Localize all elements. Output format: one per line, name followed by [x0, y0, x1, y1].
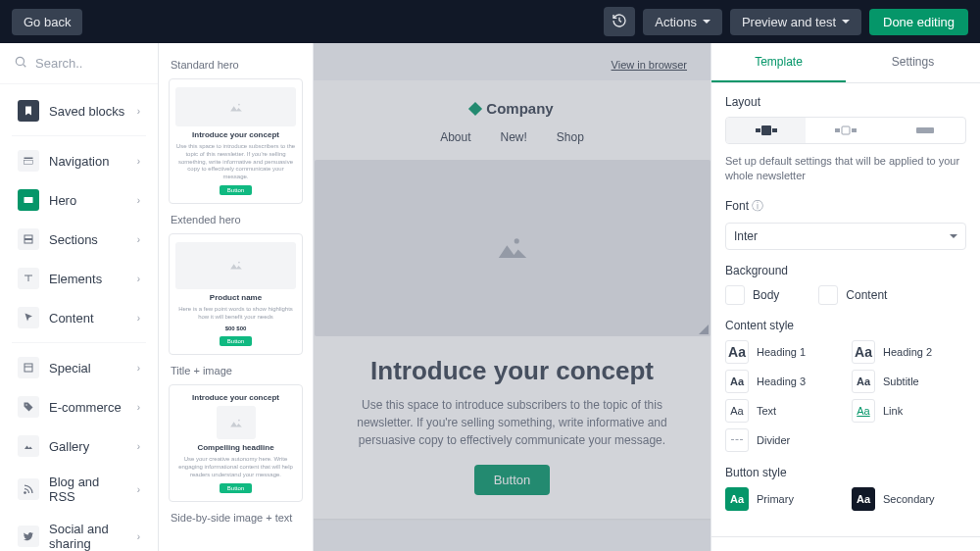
- template-extended-hero[interactable]: Product name Here is a few point words t…: [169, 233, 303, 355]
- tab-template[interactable]: Template: [711, 43, 846, 82]
- history-icon: [612, 13, 627, 31]
- sidebar-item-content[interactable]: Content ›: [6, 299, 152, 336]
- svg-point-0: [16, 57, 24, 65]
- style-divider[interactable]: Divider: [725, 428, 840, 452]
- hero-icon: [18, 189, 39, 211]
- chevron-down-icon: [950, 234, 957, 238]
- chevron-right-icon: ›: [137, 441, 140, 452]
- nav-link-new[interactable]: New!: [500, 130, 526, 144]
- nav-link-shop[interactable]: Shop: [557, 130, 584, 144]
- sidebar-item-navigation[interactable]: Navigation ›: [6, 142, 152, 179]
- content-color-swatch[interactable]: Content: [818, 285, 887, 305]
- chevron-right-icon: ›: [137, 195, 140, 206]
- chevron-down-icon: [703, 20, 710, 24]
- chevron-right-icon: ›: [137, 484, 140, 495]
- resize-handle-icon[interactable]: [699, 325, 709, 334]
- content-style-label: Content style: [725, 319, 966, 332]
- sidebar-item-blog-rss[interactable]: Blog and RSS ›: [6, 467, 152, 512]
- button-style-primary[interactable]: AaPrimary: [725, 487, 840, 511]
- svg-rect-5: [24, 235, 32, 239]
- nav-link-about[interactable]: About: [440, 130, 470, 144]
- svg-point-14: [238, 262, 240, 264]
- twitter-icon: [18, 526, 39, 547]
- template-label: Title + image: [171, 365, 301, 376]
- type-icon: [18, 268, 39, 289]
- navigation-icon: [18, 150, 39, 172]
- search-row[interactable]: [0, 43, 158, 84]
- template-label: Extended hero: [171, 214, 301, 225]
- sidebar-item-elements[interactable]: Elements ›: [6, 260, 152, 297]
- svg-point-9: [25, 404, 27, 406]
- style-heading-3[interactable]: AaHeading 3: [725, 370, 840, 393]
- tab-settings[interactable]: Settings: [846, 43, 980, 82]
- other-settings-row[interactable]: Other settings ⌄: [711, 536, 980, 551]
- font-label: Font ⓘ: [725, 198, 966, 215]
- svg-rect-6: [24, 240, 32, 244]
- body-color-swatch[interactable]: Body: [725, 285, 779, 305]
- chevron-right-icon: ›: [137, 234, 140, 245]
- svg-rect-19: [772, 128, 777, 132]
- chevron-right-icon: ›: [137, 363, 140, 374]
- info-icon: ⓘ: [752, 199, 763, 213]
- company-logo: Company: [470, 100, 553, 117]
- style-link[interactable]: AaLink: [852, 399, 966, 423]
- template-standard-hero[interactable]: Introduce your concept Use this space to…: [169, 78, 303, 204]
- image-placeholder-icon: [217, 406, 256, 439]
- templates-panel: Standard hero Introduce your concept Use…: [159, 43, 314, 551]
- tag-icon: [18, 396, 39, 418]
- email-preview[interactable]: Company About New! Shop Introduce your c…: [314, 80, 710, 519]
- style-heading-1[interactable]: AaHeading 1: [725, 340, 840, 364]
- svg-rect-18: [761, 125, 771, 135]
- layout-option-wide[interactable]: [886, 118, 965, 143]
- sidebar-item-saved-blocks[interactable]: Saved blocks ›: [6, 92, 152, 129]
- style-text[interactable]: AaText: [725, 399, 840, 423]
- search-icon: [14, 55, 27, 72]
- actions-button[interactable]: Actions: [643, 9, 722, 35]
- chevron-right-icon: ›: [137, 402, 140, 413]
- hero-image-placeholder[interactable]: [315, 160, 710, 336]
- layout-option-center[interactable]: [806, 118, 885, 143]
- chevron-right-icon: ›: [137, 106, 140, 117]
- svg-rect-21: [842, 126, 850, 134]
- chevron-right-icon: ›: [137, 313, 140, 324]
- chevron-right-icon: ›: [137, 156, 140, 167]
- hero-cta-button[interactable]: Button: [474, 465, 551, 495]
- layout-option-full[interactable]: [726, 118, 806, 143]
- template-label: Side-by-side image + text: [171, 512, 301, 524]
- canvas: View in browser Company About New! Shop …: [314, 43, 710, 551]
- cursor-icon: [18, 307, 39, 328]
- chevron-right-icon: ›: [137, 531, 140, 542]
- font-select[interactable]: Inter: [725, 223, 966, 250]
- sidebar-item-ecommerce[interactable]: E-commerce ›: [6, 388, 152, 426]
- svg-rect-7: [24, 364, 32, 372]
- template-title-image[interactable]: Introduce your concept Compelling headli…: [169, 384, 303, 501]
- style-heading-2[interactable]: AaHeading 2: [852, 340, 966, 364]
- preview-button[interactable]: Preview and test: [730, 9, 861, 35]
- style-subtitle[interactable]: AaSubtitle: [852, 370, 966, 393]
- view-in-browser-link[interactable]: View in browser: [612, 59, 687, 71]
- hero-heading[interactable]: Introduce your concept: [370, 356, 654, 386]
- svg-point-16: [514, 238, 518, 243]
- svg-rect-20: [835, 128, 840, 132]
- bookmark-icon: [18, 100, 39, 122]
- sidebar-item-sections[interactable]: Sections ›: [6, 221, 152, 258]
- sidebar-item-gallery[interactable]: Gallery ›: [6, 427, 152, 465]
- image-placeholder-icon: [175, 242, 296, 289]
- image-icon: [18, 435, 39, 457]
- go-back-button[interactable]: Go back: [12, 9, 82, 35]
- button-style-secondary[interactable]: AaSecondary: [852, 487, 966, 511]
- right-panel: Template Settings Layout Set up default …: [710, 43, 980, 551]
- history-button[interactable]: [604, 7, 635, 36]
- sidebar-item-special[interactable]: Special ›: [6, 349, 152, 386]
- svg-rect-3: [24, 161, 33, 165]
- image-placeholder-icon: [175, 87, 296, 126]
- diamond-icon: [468, 101, 482, 115]
- svg-point-10: [24, 492, 26, 494]
- hero-paragraph[interactable]: Use this space to introduce subscribers …: [336, 396, 689, 449]
- button-style-label: Button style: [725, 466, 966, 479]
- chevron-right-icon: ›: [137, 274, 140, 284]
- sidebar-item-hero[interactable]: Hero ›: [6, 181, 152, 219]
- sidebar-item-social[interactable]: Social and sharing ›: [6, 514, 152, 551]
- sidebar: Saved blocks › Navigation › Hero › Secti…: [0, 43, 159, 551]
- done-editing-button[interactable]: Done editing: [869, 9, 968, 35]
